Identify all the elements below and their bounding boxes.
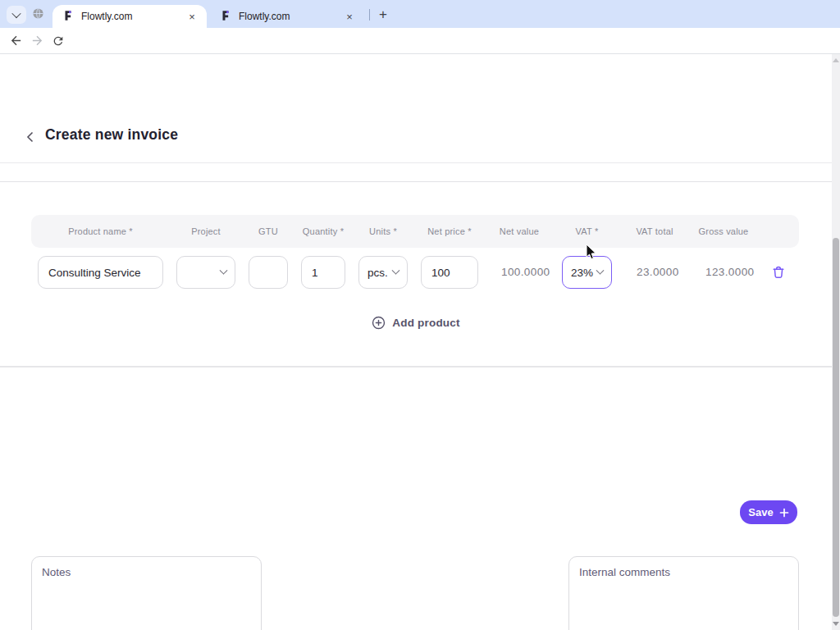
save-button[interactable]: Save	[740, 500, 797, 524]
close-icon[interactable]: ×	[343, 10, 356, 23]
column-product-name: Product name *	[31, 226, 170, 236]
scrollbar-up-arrow-icon[interactable]	[833, 58, 839, 62]
browser-tab-active[interactable]: Flowtly.com ×	[52, 5, 207, 28]
notes-textarea[interactable]	[31, 556, 262, 630]
reload-icon[interactable]	[48, 30, 69, 52]
vat-select-value: 23%	[571, 267, 593, 279]
browser-toolbar: app.flowtly.com/invoices/add	[0, 28, 840, 54]
gross-value-text: 123.0000	[705, 264, 756, 281]
net-value-text: 100.0000	[501, 264, 552, 281]
gtu-input[interactable]	[249, 256, 288, 289]
browser-window: Flowtly.com × Flowtly.com × + app.flow	[0, 0, 840, 630]
vat-total-text: 23.0000	[637, 264, 687, 281]
tab-strip: Flowtly.com × Flowtly.com × +	[0, 0, 840, 28]
internal-comments-textarea[interactable]	[568, 556, 799, 630]
plus-circle-icon	[372, 316, 386, 330]
trash-icon	[771, 265, 786, 280]
new-tab-button[interactable]: +	[374, 6, 392, 24]
scrollbar-thumb[interactable]	[833, 238, 839, 617]
save-button-label: Save	[748, 506, 773, 518]
project-select[interactable]	[176, 256, 235, 289]
tab-title: Flowtly.com	[81, 11, 185, 22]
chevron-down-icon	[220, 266, 228, 274]
flowtly-favicon	[62, 10, 74, 24]
page-header: Create new invoice	[0, 125, 840, 149]
add-product-button[interactable]: Add product	[0, 312, 832, 333]
tab-search-button[interactable]	[7, 6, 26, 24]
column-net-value: Net value	[485, 226, 554, 236]
page-content: Create new invoice Product name * Projec…	[0, 54, 840, 630]
plus-icon	[779, 508, 789, 518]
column-net-price: Net price *	[414, 226, 485, 236]
quantity-input[interactable]	[301, 256, 345, 289]
back-icon[interactable]	[5, 30, 26, 52]
column-quantity: Quantity *	[294, 226, 352, 236]
column-vat: VAT *	[554, 226, 620, 236]
back-chevron-icon[interactable]	[21, 128, 38, 146]
net-price-input[interactable]	[421, 256, 478, 289]
units-select[interactable]: pcs.	[358, 256, 408, 289]
product-name-input[interactable]	[38, 256, 163, 289]
chevron-down-icon	[596, 266, 605, 274]
units-select-value: pcs.	[368, 267, 388, 279]
close-icon[interactable]: ×	[185, 10, 199, 23]
delete-row-button[interactable]	[768, 262, 789, 283]
column-project: Project	[170, 226, 242, 236]
products-table-header: Product name * Project GTU Quantity * Un…	[31, 215, 799, 248]
globe-icon	[32, 7, 44, 23]
flowtly-favicon	[220, 10, 231, 24]
scrollbar-down-arrow-icon[interactable]	[833, 622, 839, 626]
tab-title: Flowtly.com	[239, 11, 343, 22]
divider	[0, 181, 840, 182]
scrollbar-track[interactable]	[832, 54, 840, 630]
column-gtu: GTU	[242, 226, 294, 236]
section-divider	[0, 366, 840, 368]
browser-tab-inactive[interactable]: Flowtly.com ×	[210, 5, 364, 28]
column-vat-total: VAT total	[620, 226, 689, 236]
chevron-down-icon	[392, 266, 400, 274]
add-product-label: Add product	[392, 317, 459, 329]
chevron-down-icon	[11, 9, 21, 18]
vat-select[interactable]: 23%	[562, 256, 612, 289]
product-row: pcs. 100.0000 23% 23.0000 123.0000	[31, 256, 799, 289]
divider	[0, 162, 840, 163]
tab-separator	[369, 9, 370, 21]
page-title: Create new invoice	[45, 126, 178, 144]
forward-icon[interactable]	[26, 30, 48, 52]
column-gross-value: Gross value	[689, 226, 758, 236]
column-units: Units *	[352, 226, 414, 236]
